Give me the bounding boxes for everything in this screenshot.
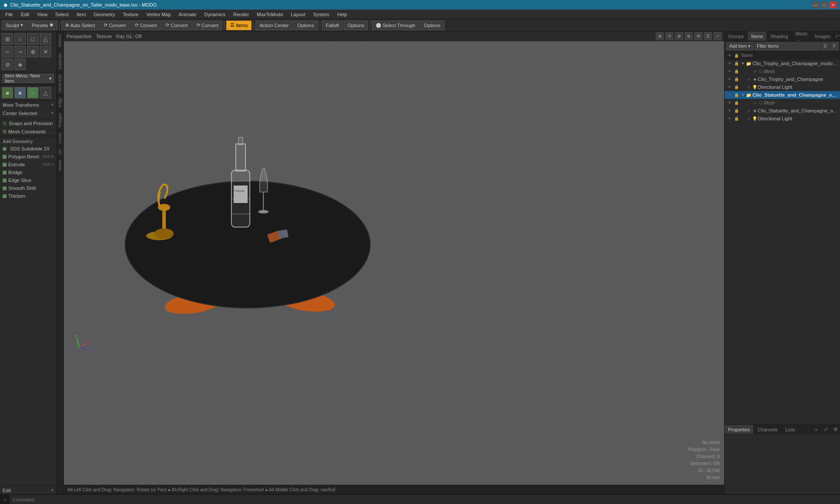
menu-file[interactable]: File — [2, 11, 17, 18]
vp-search-btn[interactable]: ⊕ — [675, 32, 683, 40]
lp-icon-select[interactable]: ⊞ — [2, 33, 13, 45]
items-tree[interactable]: 👁 🔒 ▼ 📁 Clio_Trophy_and_Champagne_modo_b… — [724, 60, 840, 424]
menu-dynamics[interactable]: Dynamics — [201, 11, 229, 18]
vp-lock-btn[interactable]: ⊞ — [656, 32, 664, 40]
expand-mesh1[interactable]: ▶ — [752, 69, 758, 74]
lp-icon-mat2[interactable]: ■ — [14, 87, 26, 98]
lock-icon-2[interactable]: 🔒 — [733, 92, 739, 98]
center-selected-item[interactable]: Center Selected ▾ — [0, 109, 56, 117]
expand-mesh2[interactable]: ▶ — [752, 100, 758, 105]
add-geometry-header[interactable]: Add Geometry — [0, 137, 56, 145]
vp-menu-btn[interactable]: ☰ — [704, 32, 712, 40]
sculpt-dropdown[interactable]: Sculpt ▾ — [2, 21, 27, 30]
menu-geometry[interactable]: Geometry — [90, 11, 118, 18]
polygon-tab[interactable]: Polygon — [57, 110, 63, 130]
menu-item[interactable]: Item — [73, 11, 89, 18]
lp-icon-redo[interactable]: ↪ — [14, 46, 26, 57]
lock-icon-trophy[interactable]: 🔒 — [733, 76, 739, 82]
curve-tab[interactable]: Curve — [57, 130, 63, 147]
convert-button-4[interactable]: ⟳ Convert — [192, 21, 223, 30]
options-button-1[interactable]: Options — [294, 21, 318, 30]
eye-icon-light2[interactable]: 👁 — [726, 116, 732, 122]
presets-button[interactable]: Presets ✱ — [28, 21, 57, 30]
options-button-2[interactable]: Options — [344, 21, 368, 30]
tree-item-clio-statuette[interactable]: 👁 🔒 ▶ ◆ Clio_Statuette_and_Champagne_on_… — [724, 107, 840, 115]
filter-items-field[interactable]: Filter Items — [755, 42, 820, 50]
viewport-3d[interactable]: Franpais — [64, 41, 724, 485]
rb-tab-lists[interactable]: Lists — [782, 425, 799, 434]
eye-icon-1[interactable]: 👁 — [726, 60, 732, 66]
uv-tab[interactable]: UV — [57, 147, 63, 158]
smooth-shift-item[interactable]: Smooth Shift — [0, 184, 56, 192]
expand-statuette[interactable]: ▶ — [746, 108, 752, 113]
edit-dropdown[interactable]: Edit ▾ — [0, 486, 56, 494]
add-item-btn[interactable]: Add Item ▾ — [726, 42, 753, 50]
close-button[interactable]: ✕ — [830, 1, 836, 8]
items-s-btn[interactable]: S — [821, 42, 829, 50]
more-transforms-item[interactable]: More Transforms ▾ — [0, 101, 56, 109]
eye-icon-mesh1[interactable]: 👁 — [726, 68, 732, 74]
auto-select-button[interactable]: ⊕ Auto Select — [61, 21, 99, 30]
tab-groups[interactable]: Groups — [724, 32, 748, 41]
lp-icon-undo[interactable]: ↩ — [2, 46, 13, 57]
menu-layout[interactable]: Layout — [287, 11, 309, 18]
lp-icon-mat4[interactable]: △ — [40, 87, 51, 98]
perspective-label[interactable]: Perspective — [66, 34, 91, 39]
eye-icon-trophy[interactable]: 👁 — [726, 76, 732, 82]
eye-icon-mesh2[interactable]: 👁 — [726, 100, 732, 106]
vp-settings-btn[interactable]: ⚙ — [694, 32, 702, 40]
rb-tab-properties[interactable]: Properties — [724, 425, 754, 434]
menu-texture[interactable]: Texture — [119, 11, 142, 18]
tree-item-group2[interactable]: 👁 🔒 ▼ 📁 Clio_Statuette_and_Champagne_on … — [724, 91, 840, 99]
lp-icon-diamond[interactable]: ◈ — [14, 59, 26, 70]
convert-button-3[interactable]: ⟳ Convert — [161, 21, 192, 30]
command-input[interactable] — [10, 495, 840, 504]
menu-maxtomodo[interactable]: MaxToModo — [253, 11, 287, 18]
rb-tab-channels[interactable]: Channels — [754, 425, 781, 434]
lp-icon-square[interactable]: □ — [27, 33, 38, 45]
lp-icon-mat1[interactable]: ■ — [2, 87, 13, 98]
lp-icon-tri[interactable]: △ — [40, 33, 51, 45]
eye-icon-light1[interactable]: 👁 — [726, 84, 732, 90]
menu-edit[interactable]: Edit — [18, 11, 33, 18]
menu-vertex-map[interactable]: Vertex Map — [143, 11, 175, 18]
menu-render[interactable]: Render — [230, 11, 252, 18]
polygon-bevel-item[interactable]: Polygon Bevel Shift-B — [0, 153, 56, 161]
menu-system[interactable]: System — [310, 11, 333, 18]
options-button-3[interactable]: Options — [420, 21, 444, 30]
expand-trophy[interactable]: ▶ — [746, 77, 752, 82]
item-menu-dropdown[interactable]: Item Menu: New Item ▾ — [3, 74, 54, 83]
items-button[interactable]: ☰ Items — [226, 21, 252, 30]
menu-view[interactable]: View — [34, 11, 51, 18]
vp-fullscreen-btn[interactable]: ⤢ — [714, 32, 721, 40]
vp-refresh-btn[interactable]: ↺ — [665, 32, 673, 40]
edge-tab[interactable]: Edge — [57, 95, 63, 110]
falloff-button[interactable]: Falloff — [322, 21, 343, 30]
ray-gl-label[interactable]: Ray GL: Off — [116, 34, 142, 39]
convert-button-2[interactable]: ⟳ Convert — [131, 21, 161, 30]
mesh-constraints-item[interactable]: ⊞ Mesh Constraints — [0, 127, 56, 136]
tab-mesh[interactable]: Mesh ... — [792, 32, 811, 41]
mesh-edit-tab[interactable]: Mesh Edit — [57, 72, 63, 95]
expand-light1[interactable]: ▶ — [746, 84, 752, 90]
lp-icon-grid[interactable]: ⊘ — [2, 59, 13, 70]
lp-icon-circle[interactable]: ○ — [14, 33, 26, 45]
convert-button-1[interactable]: ⟳ Convert — [100, 21, 130, 30]
lp-icon-cross[interactable]: ✕ — [40, 46, 51, 57]
deform-tab[interactable]: Deform — [57, 32, 63, 50]
lp-icon-mat3[interactable]: ○ — [27, 87, 38, 98]
lock-icon-light1[interactable]: 🔒 — [733, 84, 739, 90]
lock-icon-1[interactable]: 🔒 — [733, 60, 739, 66]
texture-label[interactable]: Texture — [96, 34, 112, 39]
maximize-button[interactable]: □ — [821, 1, 828, 8]
expand-icon-1[interactable]: ▼ — [740, 61, 746, 66]
action-center-button[interactable]: Action Center — [256, 21, 293, 30]
tree-item-mesh2[interactable]: 👁 🔒 ▶ ⬡ Mesh — [724, 99, 840, 107]
sds-subdivide-item[interactable]: SDS Subdivide 2X — [0, 145, 56, 153]
tree-item-light2[interactable]: 👁 🔒 ▶ 💡 Directional Light — [724, 115, 840, 122]
lock-icon-mesh2[interactable]: 🔒 — [733, 100, 739, 106]
lock-icon-mesh1[interactable]: 🔒 — [733, 68, 739, 74]
bridge-item[interactable]: Bridge — [0, 168, 56, 176]
tree-item-clio-trophy[interactable]: 👁 🔒 ▶ ◆ Clio_Trophy_and_Champagne — [724, 75, 840, 83]
rb-menu-btn[interactable]: ⚙ — [830, 425, 840, 434]
